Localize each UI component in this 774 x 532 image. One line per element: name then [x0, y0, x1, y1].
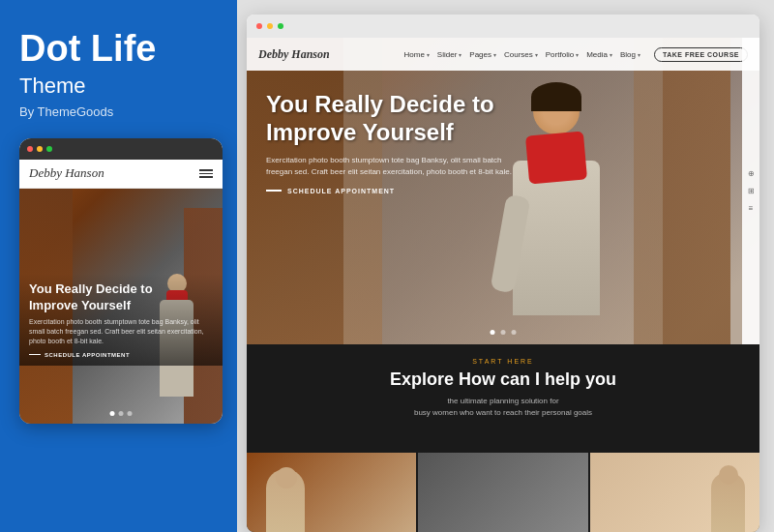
bottom-section-title: Explore How can I help you: [390, 369, 616, 390]
nav-item-home[interactable]: Home ▾: [404, 50, 430, 59]
hero-dot-3[interactable]: [512, 330, 517, 335]
nav-item-pages[interactable]: Pages ▾: [469, 50, 496, 59]
woman-scarf: [525, 132, 587, 185]
theme-title: Dot Life: [19, 29, 218, 70]
mobile-cta-line: [29, 354, 41, 355]
hero-dot-2[interactable]: [501, 330, 506, 335]
desktop-content: Debby Hanson Home ▾ Slider ▾ Pages ▾ Cou…: [247, 38, 759, 532]
nav-logo: Debby Hanson: [258, 47, 402, 62]
sidebar-icon-2[interactable]: ⊞: [746, 186, 756, 195]
desktop-dot-red: [256, 23, 262, 29]
nav-items: Home ▾ Slider ▾ Pages ▾ Courses ▾ Portfo…: [404, 47, 749, 62]
nav-cta-button[interactable]: TAKE FREE COURSE: [654, 47, 748, 62]
desktop-hero: Debby Hanson Home ▾ Slider ▾ Pages ▾ Cou…: [247, 38, 759, 344]
desktop-sidebar-icons: ⊕ ⊞ ≡: [742, 38, 759, 344]
mobile-hero: You Really Decide to Improve Yourself Ex…: [19, 189, 223, 424]
mobile-dot-3[interactable]: [128, 411, 133, 416]
nav-item-courses[interactable]: Courses ▾: [504, 50, 538, 59]
left-panel: Dot Life Theme By ThemeGoods Debby Hanso…: [0, 0, 237, 532]
start-here-label: START HERE: [472, 358, 534, 365]
mobile-hero-title: You Really Decide to Improve Yourself: [29, 281, 213, 314]
theme-by: By ThemeGoods: [19, 104, 218, 119]
hero-slide-dots: [491, 330, 517, 335]
nav-item-blog[interactable]: Blog ▾: [620, 50, 640, 59]
bottom-subtitle: the ultimate planning solution for busy …: [414, 396, 592, 419]
desktop-bottom-section: START HERE Explore How can I help you th…: [247, 344, 759, 532]
desktop-dot-yellow: [267, 23, 273, 29]
bottom-img-3: [590, 453, 759, 532]
right-panel: Debby Hanson Home ▾ Slider ▾ Pages ▾ Cou…: [237, 0, 774, 532]
hamburger-icon[interactable]: [199, 169, 213, 178]
dot-yellow: [37, 146, 43, 152]
mobile-top-bar: [19, 138, 223, 160]
mobile-nav: Debby Hanson: [19, 160, 223, 189]
woman-jacket: [513, 161, 600, 315]
bottom-img-1: [247, 453, 416, 532]
theme-subtitle: Theme: [19, 74, 218, 99]
dot-red: [27, 146, 33, 152]
nav-item-portfolio[interactable]: Portfolio ▾: [546, 50, 579, 59]
nav-item-media[interactable]: Media ▾: [586, 50, 612, 59]
hero-desc: Exercitation photo booth stumptown tote …: [266, 155, 518, 178]
desktop-nav: Debby Hanson Home ▾ Slider ▾ Pages ▾ Cou…: [247, 38, 759, 71]
desktop-mockup: Debby Hanson Home ▾ Slider ▾ Pages ▾ Cou…: [247, 15, 759, 532]
mobile-cta-text: SCHEDULE APPOINTMENT: [45, 352, 130, 358]
mobile-mockup: Debby Hanson You Really Decide to: [19, 138, 223, 424]
desktop-dot-green: [278, 23, 283, 29]
hero-text-content: You Really Decide to Improve Yourself Ex…: [266, 91, 518, 194]
sidebar-icon-1[interactable]: ⊕: [746, 168, 756, 178]
mobile-overlay: You Really Decide to Improve Yourself Ex…: [19, 274, 223, 366]
hero-main-title: You Really Decide to Improve Yourself: [266, 91, 518, 147]
nav-item-slider[interactable]: Slider ▾: [437, 50, 461, 59]
mobile-hero-desc: Exercitation photo booth stumptown tote …: [29, 317, 213, 345]
sidebar-icon-3[interactable]: ≡: [746, 203, 756, 213]
mobile-dot-2[interactable]: [119, 411, 124, 416]
hero-cta-text[interactable]: SCHEDULE APPOINTMENT: [287, 188, 395, 194]
dot-green: [46, 146, 52, 152]
bottom-images: [247, 453, 759, 532]
bottom-img-2: [418, 453, 587, 532]
hero-cta: SCHEDULE APPOINTMENT: [266, 188, 518, 194]
mobile-dot-1[interactable]: [110, 411, 115, 416]
woman-hair: [531, 82, 581, 111]
mobile-logo: Debby Hanson: [29, 165, 104, 181]
hero-dot-1[interactable]: [491, 330, 495, 335]
mobile-slide-dots: [110, 411, 133, 416]
mobile-cta: SCHEDULE APPOINTMENT: [29, 352, 213, 358]
desktop-top-bar: [247, 15, 759, 38]
hero-cta-line: [266, 190, 282, 192]
